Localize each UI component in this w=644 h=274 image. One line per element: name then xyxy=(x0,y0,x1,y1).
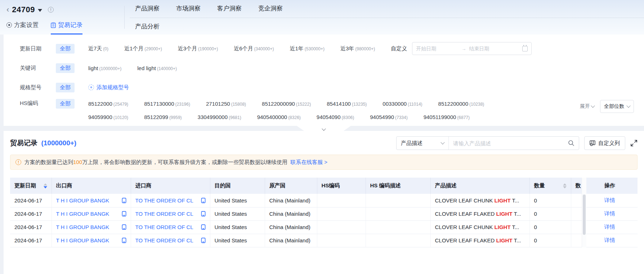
filter-option[interactable]: 近1个月(29000+) xyxy=(124,45,162,52)
add-icon: + xyxy=(88,85,94,90)
phone-icon[interactable] xyxy=(201,211,206,216)
filter-option[interactable]: 近7天(0) xyxy=(88,45,108,52)
filter-label: HS编码 xyxy=(20,97,56,107)
exporter-link[interactable]: T H I GROUP BANGK xyxy=(56,211,109,217)
plan-dropdown-caret-icon[interactable] xyxy=(38,9,42,12)
filter-option[interactable]: 近3个月(190000+) xyxy=(178,45,218,52)
plan-selector[interactable]: ‹ 24709 ! xyxy=(6,5,54,14)
filter-option[interactable]: 近6个月(340000+) xyxy=(234,45,274,52)
exporter-link[interactable]: T H I GROUP BANGK xyxy=(56,224,109,230)
phone-icon[interactable] xyxy=(201,224,206,230)
col-header-origin: 原产国 xyxy=(265,178,317,194)
phone-icon[interactable] xyxy=(122,198,126,203)
records-toolbar: 产品描述 自定义列 xyxy=(396,136,638,150)
importer-link[interactable]: TO THE ORDER OF CL xyxy=(135,237,193,243)
col-header-quantity[interactable]: 数量 xyxy=(529,178,571,194)
trade-records-panel: 贸易记录 (1000000+) 产品描述 自定义列 xyxy=(4,131,644,274)
filter-all-chip[interactable]: 全部 xyxy=(56,99,75,109)
settings-icon xyxy=(6,22,12,28)
digits-select[interactable]: 全部位数 xyxy=(600,100,634,113)
custom-columns-button[interactable]: 自定义列 xyxy=(584,136,625,150)
filter-all-chip[interactable]: 全部 xyxy=(56,63,75,73)
contact-support-link[interactable]: 联系在线客服 > xyxy=(290,159,327,165)
vertical-scrollbar[interactable] xyxy=(582,178,586,247)
detail-link[interactable]: 详情 xyxy=(604,210,615,216)
chevron-down-icon xyxy=(440,140,444,144)
custom-columns-icon xyxy=(590,140,596,146)
detail-link[interactable]: 详情 xyxy=(604,197,615,203)
table-row: 2024-06-17 T H I GROUP BANGK TO THE ORDE… xyxy=(10,194,638,207)
hs-code-option[interactable]: 00330000(11014) xyxy=(383,101,422,107)
hs-code-option[interactable]: 8517130000(23196) xyxy=(144,101,190,107)
phone-icon[interactable] xyxy=(122,211,126,216)
detail-link[interactable]: 详情 xyxy=(604,237,615,243)
product-desc-cell: CLOVER LEAF CHUNK LIGHT T... xyxy=(430,220,529,234)
hs-code-option[interactable]: 27101250(15808) xyxy=(206,101,246,107)
table-row: 2024-06-17 T H I GROUP BANGK TO THE ORDE… xyxy=(10,234,638,247)
hs-code-option[interactable]: 9405400000(8326) xyxy=(257,114,301,120)
hs-code-option[interactable]: 8512200000(10238) xyxy=(438,101,484,107)
sort-control[interactable] xyxy=(44,183,47,188)
plan-id: 24709 xyxy=(12,5,35,14)
filter-options: light(1000000+) led light(140000+) xyxy=(88,65,177,71)
filter-option[interactable]: led light(140000+) xyxy=(137,65,177,71)
product-desc-cell: CLOVER LEAF FLAKED LIGHT T... xyxy=(430,207,529,220)
filter-all-chip[interactable]: 全部 xyxy=(56,83,75,92)
hs-code-option[interactable]: 3304990000(9681) xyxy=(198,114,241,120)
hs-code-option[interactable]: 94054990(7334) xyxy=(370,114,407,120)
hs-code-option[interactable]: 85414100(13235) xyxy=(327,101,367,107)
tab-plan-settings[interactable]: 方案设置 xyxy=(6,21,39,35)
filter-option[interactable]: 近3年(980000+) xyxy=(340,45,375,52)
start-date-input[interactable] xyxy=(416,46,459,51)
phone-icon[interactable] xyxy=(122,224,126,230)
hs-code-option[interactable]: 85122000090(15222) xyxy=(262,101,311,107)
hs-code-option[interactable]: 85122000(25479) xyxy=(88,101,128,107)
search-input[interactable] xyxy=(449,140,568,146)
filter-custom-label[interactable]: 自定义 xyxy=(391,45,407,52)
exporter-link[interactable]: T H I GROUP BANGK xyxy=(56,197,109,204)
search-icon[interactable] xyxy=(568,140,574,146)
expand-button[interactable]: 展开 xyxy=(580,103,594,110)
phone-icon[interactable] xyxy=(122,238,126,243)
sort-control[interactable] xyxy=(563,183,567,188)
records-count: (1000000+) xyxy=(41,139,76,147)
importer-link[interactable]: TO THE ORDER OF CL xyxy=(135,211,193,217)
phone-icon[interactable] xyxy=(201,238,206,243)
nav-product-insight[interactable]: 产品洞察 xyxy=(135,4,160,13)
filter-label: 规格型号 xyxy=(20,84,56,91)
filter-row-hs-code: HS编码 全部 85122000(25479) 8517130000(23196… xyxy=(20,97,639,124)
scrollbar-thumb[interactable] xyxy=(583,195,586,235)
plan-tabs: 方案设置 贸易记录 xyxy=(6,21,82,35)
fullscreen-icon[interactable] xyxy=(630,140,638,147)
phone-icon[interactable] xyxy=(201,198,206,203)
tab-trade-records[interactable]: 贸易记录 xyxy=(51,21,82,35)
sub-nav-product-analysis[interactable]: 产品分析 xyxy=(135,22,160,31)
back-icon[interactable]: ‹ xyxy=(6,6,9,14)
hs-code-option[interactable]: 94054090(8306) xyxy=(317,114,354,120)
sort-asc-icon[interactable] xyxy=(563,183,567,186)
info-icon[interactable]: ! xyxy=(48,7,54,13)
detail-link[interactable]: 详情 xyxy=(604,224,615,230)
hs-code-option[interactable]: 94051199000(6877) xyxy=(424,114,470,120)
filter-option[interactable]: light(1000000+) xyxy=(88,65,121,71)
sort-desc-icon[interactable] xyxy=(563,186,567,188)
exporter-link[interactable]: T H I GROUP BANGK xyxy=(56,237,109,243)
filter-all-chip[interactable]: 全部 xyxy=(56,44,75,54)
search-type-select[interactable]: 产品描述 xyxy=(397,137,449,150)
nav-competitor-insight[interactable]: 竞企洞察 xyxy=(258,4,283,13)
nav-customer-insight[interactable]: 客户洞察 xyxy=(217,4,242,13)
filter-label: 关键词 xyxy=(20,65,56,72)
nav-market-insight[interactable]: 市场洞察 xyxy=(176,4,201,13)
hs-code-option[interactable]: 94059900(10120) xyxy=(88,114,128,120)
importer-link[interactable]: TO THE ORDER OF CL xyxy=(135,197,193,204)
sort-asc-icon[interactable] xyxy=(44,183,47,186)
date-range-picker[interactable]: → xyxy=(412,42,532,55)
col-header-date[interactable]: 更新日期 xyxy=(10,178,52,194)
hs-code-option[interactable]: 85122099(9959) xyxy=(144,114,182,120)
records-title: 贸易记录 xyxy=(10,139,37,147)
add-spec-button[interactable]: + 添加规格型号 xyxy=(88,84,129,91)
importer-link[interactable]: TO THE ORDER OF CL xyxy=(135,224,193,230)
filter-option[interactable]: 近1年(530000+) xyxy=(290,45,325,52)
end-date-input[interactable] xyxy=(469,46,511,51)
sort-desc-icon[interactable] xyxy=(44,186,47,188)
